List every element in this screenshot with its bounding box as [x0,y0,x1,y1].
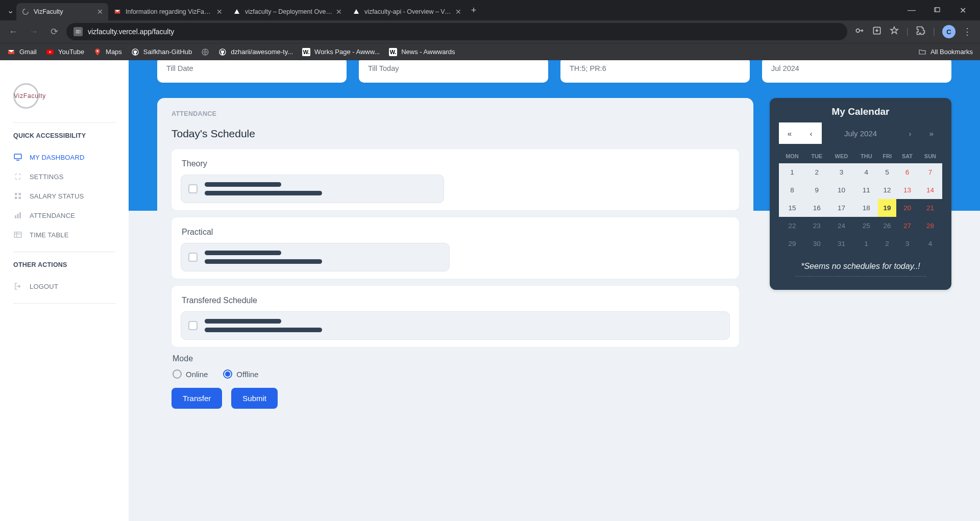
radio-unchecked[interactable] [173,369,182,379]
sidebar-item-attendance[interactable]: ATTENDANCE [13,206,115,225]
calendar-first-button[interactable]: « [779,122,800,144]
calendar-day[interactable]: 28 [918,217,942,235]
calendar-day[interactable]: 11 [854,181,878,199]
sidebar-item-logout[interactable]: LOGOUT [13,277,115,296]
close-icon[interactable]: ✕ [335,8,343,16]
install-app-icon[interactable] [872,26,882,38]
calendar-day[interactable]: 24 [828,217,854,235]
window-maximize-icon[interactable] [930,3,944,17]
calendar-day[interactable]: 17 [828,199,854,217]
calendar-day[interactable]: 16 [805,199,828,217]
calendar-day[interactable]: 1 [854,235,878,253]
calendar-day[interactable]: 26 [878,217,896,235]
radio-checked[interactable] [223,369,232,379]
browser-tab-3[interactable]: vizfaculty-api - Overview – Vercel ✕ [347,3,467,20]
schedule-item[interactable] [181,175,444,203]
browser-tab-2[interactable]: vizfaculty – Deployment Overview ✕ [228,3,347,20]
divider [13,303,115,304]
checkbox[interactable] [188,321,198,330]
submit-button[interactable]: Submit [231,388,278,409]
sidebar-item-timetable[interactable]: TIME TABLE [13,225,115,244]
calendar-last-button[interactable]: » [921,122,942,144]
bookmark-github-2[interactable]: dzharii/awesome-ty... [218,48,293,56]
app-logo[interactable]: VizFaculty [13,76,115,116]
sidebar-item-salary[interactable]: SALARY STATUS [13,186,115,206]
back-button[interactable]: ← [5,23,21,40]
profile-avatar[interactable]: C [942,25,955,38]
extensions-icon[interactable] [916,26,926,38]
calendar-day[interactable]: 4 [918,235,942,253]
calendar-day[interactable]: 19 [878,199,896,217]
mode-option-offline[interactable]: Offline [223,369,258,379]
calendar-day[interactable]: 18 [854,199,878,217]
mode-option-online[interactable]: Online [173,369,208,379]
address-bar[interactable]: vizfaculty.vercel.app/faculty [66,23,847,40]
calendar-prev-button[interactable]: ‹ [800,122,822,144]
calendar-day[interactable]: 25 [854,217,878,235]
calendar-day[interactable]: 20 [896,199,918,217]
all-bookmarks-button[interactable]: All Bookmarks [918,48,973,56]
calendar-day[interactable]: 7 [918,163,942,181]
menu-icon[interactable]: ⋮ [963,26,972,37]
calendar-day[interactable]: 27 [896,217,918,235]
calendar-day[interactable]: 31 [828,235,854,253]
calendar-day[interactable]: 3 [896,235,918,253]
schedule-item[interactable] [181,243,450,271]
calendar-day[interactable]: 14 [918,181,942,199]
browser-tab-strip: ⌄ VizFaculty ✕ Information regarding Viz… [0,0,980,20]
bookmark-globe[interactable] [201,48,209,56]
calendar-day[interactable]: 5 [878,163,896,181]
calendar-day[interactable]: 21 [918,199,942,217]
schedule-item[interactable] [181,311,730,340]
close-icon[interactable]: ✕ [215,8,224,16]
calendar-day[interactable]: 13 [896,181,918,199]
calendar-day[interactable]: 6 [896,163,918,181]
window-close-icon[interactable]: ✕ [955,3,970,17]
calendar-day[interactable]: 2 [878,235,896,253]
close-icon[interactable]: ✕ [454,8,462,16]
bookmark-star-icon[interactable] [889,26,899,38]
bookmark-gmail[interactable]: Gmail [7,48,37,56]
new-tab-button[interactable]: + [467,5,481,16]
calendar-day[interactable]: 30 [805,235,828,253]
checkbox[interactable] [188,253,198,262]
password-icon[interactable] [854,26,865,38]
main-content[interactable]: Till Date Till Today TH:5; PR:6 Jul 2024… [129,60,980,521]
bookmark-awwwards-1[interactable]: W. Works Page - Awww... [302,48,380,56]
svg-point-6 [856,29,860,33]
tab-search-dropdown[interactable]: ⌄ [4,4,16,16]
calendar-day[interactable]: 9 [805,181,828,199]
calendar-day[interactable]: 8 [779,181,805,199]
bookmark-maps[interactable]: Maps [93,48,122,56]
bookmark-youtube[interactable]: YouTube [46,48,84,56]
calendar-day[interactable]: 22 [779,217,805,235]
calendar-day[interactable]: 15 [779,199,805,217]
svg-point-0 [23,9,29,15]
forward-button[interactable]: → [26,23,42,40]
site-info-icon[interactable] [74,27,83,36]
calendar-day[interactable]: 23 [805,217,828,235]
calendar-day[interactable]: 2 [805,163,828,181]
calendar-day[interactable]: 1 [779,163,805,181]
calendar-day[interactable]: 10 [828,181,854,199]
calendar-day[interactable]: 3 [828,163,854,181]
transfer-button[interactable]: Transfer [172,388,222,409]
bookmark-awwwards-2[interactable]: W. News - Awwwards [389,48,455,56]
calendar-day[interactable]: 4 [854,163,878,181]
calendar-day[interactable]: 12 [878,181,896,199]
checkbox[interactable] [188,184,198,193]
close-icon[interactable]: ✕ [96,8,104,16]
skeleton-line [205,319,281,324]
browser-tab-0[interactable]: VizFaculty ✕ [16,3,108,20]
calendar-day[interactable]: 29 [779,235,805,253]
reload-button[interactable]: ⟳ [46,23,62,40]
skeleton-line [205,251,281,255]
sidebar-item-dashboard[interactable]: MY DASHBOARD [13,147,115,167]
bookmarks-bar: Gmail YouTube Maps Saifkhan-GitHub dzhar… [0,43,980,60]
calendar-dow: THU [854,149,878,163]
calendar-next-button[interactable]: › [899,122,921,144]
bookmark-github[interactable]: Saifkhan-GitHub [131,48,192,56]
browser-tab-1[interactable]: Information regarding VizFaculty ✕ [108,3,228,20]
sidebar-item-settings[interactable]: SETTINGS [13,167,115,186]
window-minimize-icon[interactable]: — [904,3,919,17]
